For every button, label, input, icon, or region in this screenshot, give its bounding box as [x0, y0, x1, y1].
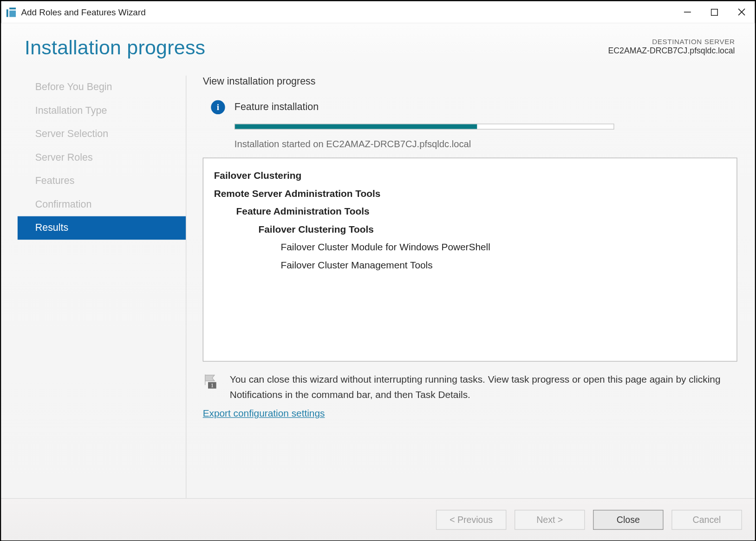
destination-server-label: DESTINATION SERVER	[608, 38, 735, 46]
step-results: Results	[18, 216, 186, 240]
step-installation-type: Installation Type	[18, 99, 186, 122]
export-configuration-link[interactable]: Export configuration settings	[203, 408, 737, 419]
wizard-body: Before You Begin Installation Type Serve…	[1, 65, 755, 498]
feature-results-box: Failover Clustering Remote Server Admini…	[203, 157, 737, 361]
wizard-header: Installation progress DESTINATION SERVER…	[1, 23, 755, 65]
feature-install-row: i Feature installation	[203, 100, 737, 114]
wizard-footer: < Previous Next > Close Cancel	[1, 498, 755, 541]
server-manager-icon	[6, 7, 17, 18]
close-window-button[interactable]	[728, 1, 755, 23]
maximize-button[interactable]	[701, 1, 728, 23]
next-button: Next >	[515, 509, 585, 529]
svg-rect-1	[9, 7, 16, 9]
close-button[interactable]: Close	[593, 509, 663, 529]
wizard-steps-sidebar: Before You Begin Installation Type Serve…	[1, 76, 187, 498]
install-progress-bar	[235, 124, 614, 130]
svg-rect-2	[9, 10, 16, 17]
cancel-button: Cancel	[671, 509, 742, 529]
svg-rect-0	[7, 9, 8, 17]
feature-install-label: Feature installation	[235, 101, 319, 113]
notifications-flag-icon: 1	[203, 373, 219, 390]
step-server-selection: Server Selection	[18, 123, 186, 146]
wizard-note-text: You can close this wizard without interr…	[230, 372, 737, 402]
step-server-roles: Server Roles	[18, 146, 186, 169]
page-title: Installation progress	[25, 36, 205, 59]
feature-item: Failover Clustering	[214, 166, 726, 184]
wizard-window: Add Roles and Features Wizard Installati…	[0, 0, 756, 541]
destination-server-value: EC2AMAZ-DRCB7CJ.pfsqldc.local	[608, 46, 735, 55]
svg-rect-3	[684, 12, 691, 13]
feature-item: Remote Server Administration Tools	[214, 184, 726, 202]
destination-server-block: DESTINATION SERVER EC2AMAZ-DRCB7CJ.pfsql…	[608, 36, 735, 55]
feature-item: Failover Cluster Management Tools	[214, 256, 726, 274]
wizard-main-panel: View installation progress i Feature ins…	[186, 76, 755, 498]
minimize-button[interactable]	[674, 1, 701, 23]
feature-item: Failover Clustering Tools	[214, 220, 726, 238]
feature-item: Feature Administration Tools	[214, 202, 726, 220]
window-title: Add Roles and Features Wizard	[21, 7, 145, 17]
install-started-text: Installation started on EC2AMAZ-DRCB7CJ.…	[235, 139, 737, 150]
step-confirmation: Confirmation	[18, 193, 186, 216]
step-features: Features	[18, 169, 186, 193]
titlebar: Add Roles and Features Wizard	[1, 1, 755, 24]
previous-button: < Previous	[436, 509, 506, 529]
install-progress-fill	[235, 124, 477, 129]
svg-rect-4	[711, 9, 718, 15]
view-progress-label: View installation progress	[203, 76, 737, 87]
feature-item: Failover Cluster Module for Windows Powe…	[214, 238, 726, 256]
svg-text:1: 1	[211, 382, 214, 389]
step-before-you-begin: Before You Begin	[18, 76, 186, 99]
wizard-note-row: 1 You can close this wizard without inte…	[203, 372, 737, 402]
info-icon: i	[211, 100, 225, 114]
